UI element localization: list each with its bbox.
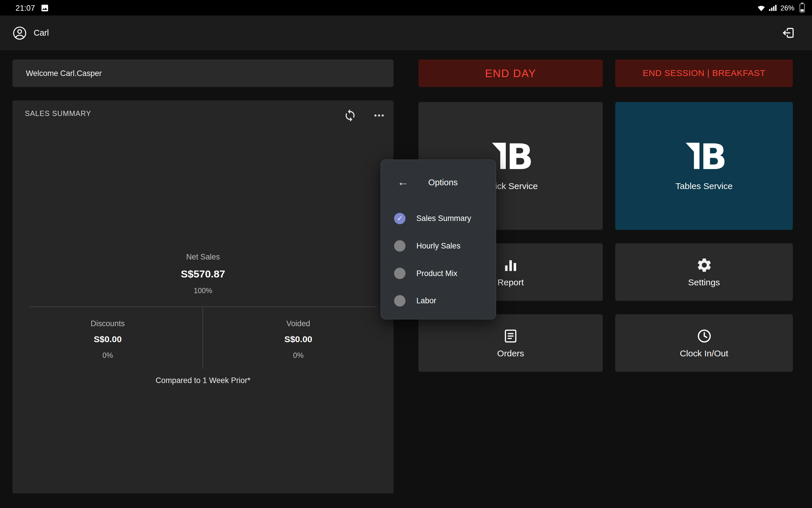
signal-icon	[769, 4, 777, 11]
option-product-mix[interactable]: ✓ Product Mix	[381, 259, 496, 287]
pos-home-screen: 21:07 26% Carl	[0, 0, 812, 508]
option-labor[interactable]: ✓ Labor	[381, 287, 496, 314]
end-session-label: END SESSION | BREAKFAST	[643, 68, 765, 79]
document-icon	[502, 327, 519, 344]
voided-label: Voided	[287, 319, 310, 328]
end-day-label: END DAY	[485, 67, 536, 79]
svg-text:B: B	[506, 141, 531, 171]
option-label: Sales Summary	[417, 214, 471, 222]
radio-product-mix[interactable]: ✓	[394, 267, 405, 279]
welcome-text: Welcome Carl.Casper	[26, 69, 101, 77]
wifi-icon	[757, 4, 766, 11]
user-name: Carl	[34, 28, 49, 37]
battery-percent: 26%	[780, 4, 794, 12]
check-icon: ✓	[397, 215, 402, 221]
gear-icon	[696, 257, 712, 273]
option-hourly-sales[interactable]: ✓ Hourly Sales	[381, 232, 496, 259]
radio-labor[interactable]: ✓	[394, 295, 405, 306]
comparison-footnote: Compared to 1 Week Prior*	[12, 376, 393, 384]
clock-icon	[696, 327, 712, 344]
option-label: Labor	[417, 296, 436, 305]
radio-sales-summary[interactable]: ✓	[394, 213, 405, 224]
welcome-banner: Welcome Carl.Casper	[12, 59, 393, 87]
more-options-button[interactable]	[372, 108, 386, 123]
options-popup: ← Options ✓ Sales Summary ✓ Hourly Sales…	[381, 160, 496, 320]
settings-tile[interactable]: Settings	[615, 243, 793, 301]
options-header: ← Options	[381, 160, 496, 205]
settings-label: Settings	[688, 277, 720, 288]
tables-service-tile[interactable]: B Tables Service	[615, 102, 793, 230]
sales-summary-title: SALES SUMMARY	[25, 109, 91, 118]
sales-breakdown: Discounts S$0.00 0% Voided S$0.00 0%	[12, 307, 393, 371]
status-time: 21:07	[16, 3, 35, 12]
voided-percent: 0%	[293, 351, 303, 359]
end-day-button[interactable]: END DAY	[419, 59, 603, 87]
tables-service-label: Tables Service	[675, 181, 732, 192]
svg-text:B: B	[700, 141, 725, 171]
status-left: 21:07	[16, 3, 49, 12]
battery-icon	[800, 3, 805, 12]
discounts-percent: 0%	[102, 351, 113, 359]
avatar-icon	[12, 26, 27, 40]
gallery-icon	[40, 3, 49, 12]
status-right: 26%	[757, 3, 805, 12]
kebab-icon	[374, 115, 376, 117]
net-sales-value: S$570.87	[12, 268, 393, 280]
clock-in-out-tile[interactable]: Clock In/Out	[615, 314, 793, 372]
orders-tile[interactable]: Orders	[419, 314, 603, 372]
report-label: Report	[497, 277, 524, 288]
logout-icon	[781, 26, 796, 40]
logout-button[interactable]	[781, 26, 796, 40]
options-title: Options	[428, 177, 458, 187]
discounts-label: Discounts	[91, 319, 125, 328]
net-sales-label: Net Sales	[12, 252, 393, 261]
orders-label: Orders	[497, 348, 524, 359]
option-label: Hourly Sales	[417, 241, 461, 250]
discounts-value: S$0.00	[94, 334, 122, 345]
voided-block: Voided S$0.00 0%	[203, 307, 393, 371]
clock-in-out-label: Clock In/Out	[680, 348, 728, 359]
refresh-icon	[343, 109, 357, 122]
discounts-block: Discounts S$0.00 0%	[12, 307, 203, 371]
refresh-button[interactable]	[343, 108, 357, 123]
voided-value: S$0.00	[284, 334, 312, 345]
sales-summary-card: SALES SUMMARY Net Sales S$570.87 100% Di…	[12, 100, 393, 493]
net-sales-percent: 100%	[12, 286, 393, 295]
option-sales-summary[interactable]: ✓ Sales Summary	[381, 204, 496, 232]
end-session-button[interactable]: END SESSION | BREAKFAST	[615, 59, 793, 87]
status-bar: 21:07 26%	[0, 0, 812, 16]
net-sales-block: Net Sales S$570.87 100%	[12, 252, 393, 295]
lb-logo-icon: B	[683, 141, 725, 171]
radio-hourly-sales[interactable]: ✓	[394, 240, 405, 251]
bar-chart-icon	[502, 257, 519, 273]
user-profile-button[interactable]: Carl	[12, 26, 49, 40]
app-bar: Carl	[0, 16, 812, 50]
back-arrow-icon[interactable]: ←	[397, 177, 410, 188]
option-label: Product Mix	[417, 269, 457, 278]
